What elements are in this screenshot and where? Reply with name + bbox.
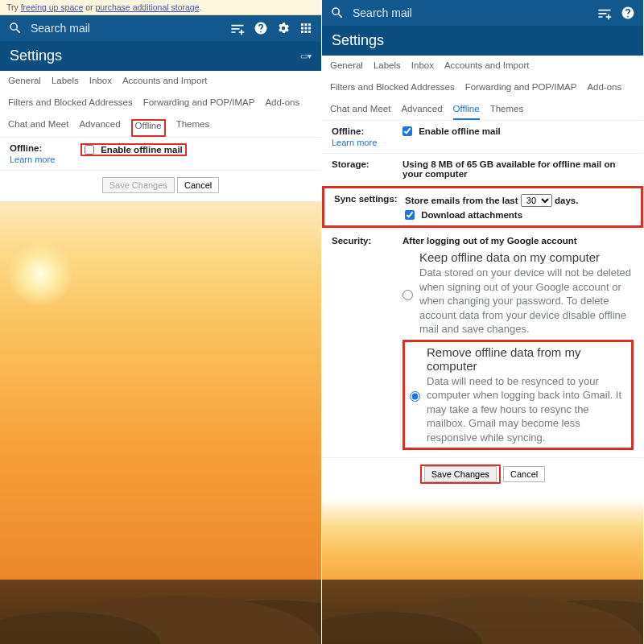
- tab-inbox[interactable]: Inbox: [411, 60, 434, 75]
- sync-label: Sync settings:: [334, 194, 405, 220]
- tab-general[interactable]: General: [8, 76, 41, 90]
- storage-label: Storage:: [332, 159, 402, 179]
- tab-forwarding[interactable]: Forwarding and POP/IMAP: [465, 82, 577, 97]
- settings-tabs: General Labels Inbox Accounts and Import…: [0, 71, 321, 138]
- search-icon: [330, 6, 345, 20]
- save-button: Save Changes: [102, 177, 175, 193]
- remove-data-radio[interactable]: [410, 347, 420, 447]
- remove-data-desc: Data will need to be resynced to your co…: [427, 374, 626, 445]
- apps-icon[interactable]: [299, 21, 313, 35]
- download-attachments-label: Download attachments: [421, 210, 522, 220]
- tab-labels[interactable]: Labels: [52, 76, 79, 90]
- tab-accounts[interactable]: Accounts and Import: [444, 60, 529, 75]
- keep-data-title: Keep offline data on my computer: [419, 250, 634, 264]
- enable-offline-label: Enable offline mail: [101, 145, 183, 155]
- tune-icon[interactable]: [597, 5, 613, 21]
- tab-filters[interactable]: Filters and Blocked Addresses: [330, 82, 455, 97]
- tab-forwarding[interactable]: Forwarding and POP/IMAP: [143, 97, 255, 112]
- tab-advanced[interactable]: Advanced: [79, 119, 120, 137]
- tab-offline[interactable]: Offline: [131, 119, 166, 137]
- tab-themes[interactable]: Themes: [490, 104, 524, 120]
- purchase-storage-link[interactable]: purchase additional storage: [96, 2, 200, 12]
- enable-offline-checkbox[interactable]: [402, 126, 412, 136]
- search-bar[interactable]: Search mail: [8, 21, 221, 35]
- tab-chat[interactable]: Chat and Meet: [330, 104, 390, 120]
- tab-themes[interactable]: Themes: [176, 119, 210, 137]
- search-bar[interactable]: Search mail: [330, 6, 588, 20]
- free-space-link[interactable]: freeing up space: [21, 2, 84, 12]
- remove-data-title: Remove offline data from my computer: [427, 345, 626, 373]
- security-heading: After logging out of my Google account: [402, 236, 577, 246]
- keep-data-desc: Data stored on your device will not be d…: [419, 266, 634, 336]
- learn-more-link[interactable]: Learn more: [10, 155, 80, 164]
- density-toggle[interactable]: ▭▾: [300, 52, 312, 60]
- page-title: Settings: [332, 32, 384, 49]
- tab-addons[interactable]: Add-ons: [587, 82, 621, 97]
- save-button[interactable]: Save Changes: [424, 466, 497, 482]
- offline-label: Offline:: [10, 143, 42, 153]
- tab-labels[interactable]: Labels: [374, 60, 401, 75]
- search-placeholder: Search mail: [353, 6, 412, 19]
- learn-more-link[interactable]: Learn more: [332, 138, 402, 147]
- search-icon: [8, 21, 23, 35]
- storage-value: Using 8 MB of 65 GB available for offlin…: [402, 159, 616, 179]
- tab-addons[interactable]: Add-ons: [265, 97, 299, 112]
- tab-advanced[interactable]: Advanced: [401, 104, 442, 120]
- storage-banner: Try freeing up space or purchase additio…: [0, 0, 321, 15]
- settings-tabs: General Labels Inbox Accounts and Import…: [322, 56, 643, 121]
- tab-offline[interactable]: Offline: [453, 104, 480, 120]
- keep-data-radio[interactable]: [402, 252, 413, 338]
- security-label: Security:: [332, 236, 402, 246]
- download-attachments-checkbox[interactable]: [405, 210, 415, 220]
- cancel-button[interactable]: Cancel: [503, 466, 545, 482]
- tab-filters[interactable]: Filters and Blocked Addresses: [8, 97, 133, 112]
- help-icon[interactable]: [621, 6, 635, 20]
- search-placeholder: Search mail: [31, 22, 90, 35]
- tune-icon[interactable]: [229, 20, 246, 36]
- tab-inbox[interactable]: Inbox: [89, 76, 112, 90]
- tab-accounts[interactable]: Accounts and Import: [122, 76, 207, 90]
- enable-offline-checkbox[interactable]: [85, 145, 94, 155]
- gear-icon[interactable]: [276, 21, 291, 35]
- tab-chat[interactable]: Chat and Meet: [8, 119, 68, 137]
- help-icon[interactable]: [254, 21, 268, 35]
- cancel-button[interactable]: Cancel: [177, 177, 219, 193]
- offline-label: Offline:: [332, 126, 364, 136]
- page-title: Settings: [10, 47, 62, 64]
- enable-offline-label: Enable offline mail: [419, 126, 501, 136]
- tab-general[interactable]: General: [330, 60, 363, 75]
- sync-days-select[interactable]: 30: [521, 194, 552, 207]
